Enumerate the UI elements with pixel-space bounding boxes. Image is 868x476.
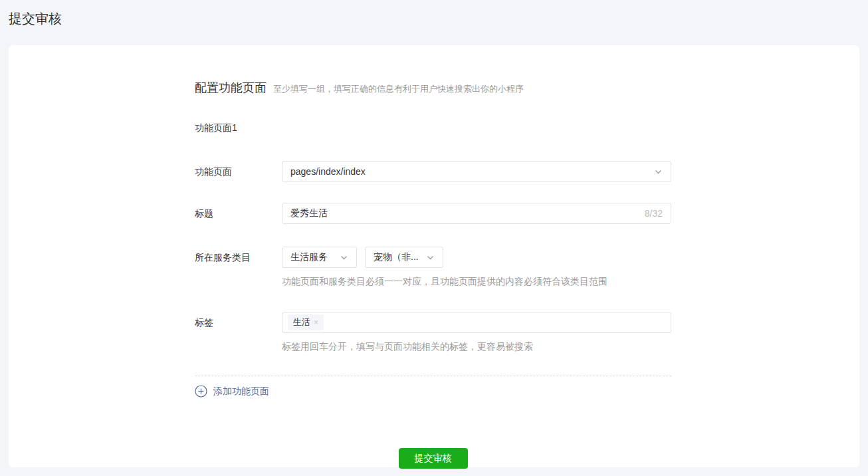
- title-input[interactable]: [290, 208, 638, 219]
- tags-label: 标签: [195, 312, 282, 353]
- title-row: 标题 8/32: [195, 203, 671, 224]
- chevron-down-icon: [340, 253, 348, 262]
- category-secondary-select[interactable]: 宠物（非...: [365, 247, 443, 268]
- submit-review-button[interactable]: 提交审核: [399, 448, 468, 469]
- tag-chip: 生活 ×: [288, 314, 324, 330]
- page-path-select[interactable]: pages/index/index: [282, 161, 671, 182]
- section-subtitle: 至少填写一组，填写正确的信息有利于用户快速搜索出你的小程序: [273, 83, 524, 95]
- tags-input-box[interactable]: 生活 ×: [282, 312, 671, 333]
- category-label: 所在服务类目: [195, 247, 282, 288]
- category-row: 所在服务类目 生活服务 宠物（非...: [195, 247, 671, 288]
- title-label: 标题: [195, 203, 282, 224]
- category-primary-value: 生活服务: [290, 251, 328, 263]
- add-function-page-label: 添加功能页面: [213, 386, 269, 398]
- page-path-row: 功能页面 pages/index/index: [195, 161, 671, 182]
- add-function-page-button[interactable]: 添加功能页面: [195, 385, 269, 398]
- category-primary-select[interactable]: 生活服务: [282, 247, 357, 268]
- submit-review-card: 配置功能页面 至少填写一组，填写正确的信息有利于用户快速搜索出你的小程序 功能页…: [9, 45, 859, 467]
- section-header: 配置功能页面 至少填写一组，填写正确的信息有利于用户快速搜索出你的小程序: [195, 80, 671, 96]
- category-helper-text: 功能页面和服务类目必须一一对应，且功能页面提供的内容必须符合该类目范围: [282, 276, 671, 288]
- tags-row: 标签 生活 × 标签用回车分开，填写与页面功能相关的标签，更容易被搜索: [195, 312, 671, 353]
- category-secondary-value: 宠物（非...: [374, 251, 419, 263]
- tags-helper-text: 标签用回车分开，填写与页面功能相关的标签，更容易被搜索: [282, 341, 671, 353]
- tag-remove-icon[interactable]: ×: [314, 318, 318, 327]
- chevron-down-icon: [426, 253, 435, 262]
- title-char-counter: 8/32: [645, 208, 663, 219]
- page-path-value: pages/index/index: [290, 166, 366, 177]
- page-header: 提交审核: [0, 0, 868, 45]
- section-divider: [195, 376, 671, 376]
- plus-circle-icon: [195, 385, 207, 398]
- chevron-down-icon: [654, 168, 663, 176]
- function-page-group-title: 功能页面1: [195, 122, 671, 134]
- section-title: 配置功能页面: [195, 80, 267, 96]
- tag-chip-text: 生活: [293, 316, 310, 328]
- page-path-label: 功能页面: [195, 161, 282, 182]
- submit-area: 提交审核: [195, 448, 671, 469]
- page-title: 提交审核: [9, 10, 859, 28]
- title-input-wrapper: 8/32: [282, 203, 671, 224]
